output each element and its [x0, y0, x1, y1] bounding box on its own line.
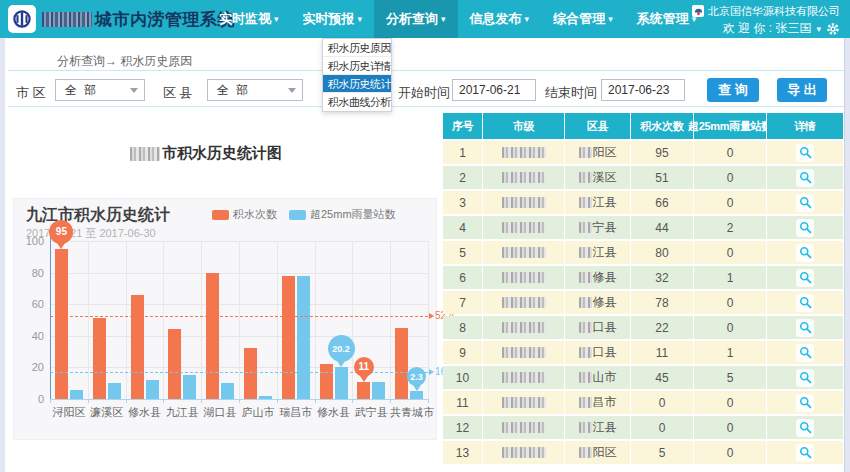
cell-detail [767, 416, 843, 439]
chart-title: 九江市积水历史统计 [26, 205, 170, 226]
cell-district: 山市 [565, 366, 630, 389]
y-axis-tick-label: 20 [16, 361, 44, 373]
chart-bar-blue [221, 383, 234, 399]
blurred-district-prefix [579, 222, 592, 233]
dropdown-item-2[interactable]: 积水历史详情 [323, 57, 391, 75]
detail-view-button[interactable] [796, 294, 814, 312]
table-row: 8口县220 [443, 316, 838, 339]
cell-water-count: 78 [631, 291, 693, 314]
y-axis-tick-label: 80 [16, 267, 44, 279]
cell-station-count: 0 [694, 416, 766, 439]
chevron-down-icon[interactable]: ▾ [816, 24, 821, 34]
x-axis-label: 浔阳区 [50, 405, 88, 420]
detail-view-button[interactable] [796, 344, 814, 362]
chart-bar-blue [183, 375, 196, 399]
cell-detail [767, 266, 843, 289]
blurred-city-name [502, 347, 546, 358]
gridline [315, 241, 316, 399]
blurred-city-name [502, 272, 546, 283]
dropdown-item-3[interactable]: 积水历史统计 [323, 75, 391, 93]
cell-serial-no: 2 [443, 166, 482, 189]
page-title-text: 市积水历史统计图 [162, 144, 282, 163]
detail-view-button[interactable] [796, 194, 814, 212]
cell-district: 口县 [565, 341, 630, 364]
nav-item-3[interactable]: 分析查询▾ [374, 0, 458, 38]
detail-view-button[interactable] [796, 219, 814, 237]
chevron-down-icon: ▾ [274, 14, 279, 24]
nav-item-1[interactable]: 实时监视▾ [207, 0, 291, 38]
welcome-user-text[interactable]: 欢 迎 你 : 张三国 [723, 20, 812, 37]
detail-view-button[interactable] [796, 319, 814, 337]
city-select-value: 全 部 [65, 83, 98, 97]
company-logo-icon [692, 5, 704, 17]
right-scrollbar-track[interactable] [844, 38, 850, 472]
chart-bar-orange [168, 329, 181, 399]
district-suffix: 昌市 [593, 394, 617, 411]
detail-view-button[interactable] [796, 169, 814, 187]
district-suffix: 江县 [593, 194, 617, 211]
blurred-city-name [502, 197, 546, 208]
cell-city [483, 191, 564, 214]
detail-view-button[interactable] [796, 419, 814, 437]
gridline [239, 241, 240, 399]
detail-view-button[interactable] [796, 394, 814, 412]
dropdown-item-1[interactable]: 积水历史原因 [323, 39, 391, 57]
cell-city [483, 416, 564, 439]
table-row: 6修县321 [443, 266, 838, 289]
magnifier-icon [799, 371, 812, 384]
district-suffix: 修县 [593, 269, 617, 286]
detail-view-button[interactable] [796, 244, 814, 262]
district-suffix: 江县 [593, 419, 617, 436]
detail-view-button[interactable] [796, 369, 814, 387]
blurred-city-name [502, 422, 546, 433]
gridline [390, 241, 391, 399]
export-button[interactable]: 导 出 [777, 78, 827, 102]
top-header-bar: 城市内涝管理系统 实时监视▾实时预报▾分析查询▾信息发布▾综合管理▾系统管理▾ … [0, 0, 850, 38]
balloon-tail [360, 376, 368, 382]
city-select[interactable]: 全 部 [55, 79, 145, 101]
chevron-down-icon: ▾ [441, 14, 446, 24]
blurred-city-name [502, 397, 546, 408]
cell-city [483, 366, 564, 389]
detail-view-button[interactable] [796, 144, 814, 162]
chart-bar-orange [282, 276, 295, 399]
gridline [201, 241, 202, 399]
table-header-cell: 详情 [767, 113, 843, 139]
district-suffix: 溪区 [593, 169, 617, 186]
nav-item-2[interactable]: 实时预报▾ [291, 0, 375, 38]
end-date-input[interactable] [601, 79, 685, 101]
chart-bar-orange [357, 382, 370, 399]
cell-detail [767, 141, 843, 164]
chevron-down-icon [288, 88, 296, 93]
blurred-city-name [502, 447, 546, 458]
gear-icon[interactable] [826, 22, 840, 36]
nav-item-4[interactable]: 信息发布▾ [458, 0, 542, 38]
detail-view-button[interactable] [796, 444, 814, 462]
start-date-input[interactable] [452, 79, 536, 101]
search-button[interactable]: 查 询 [707, 78, 759, 102]
nav-item-5[interactable]: 综合管理▾ [541, 0, 625, 38]
cell-serial-no: 4 [443, 216, 482, 239]
cell-detail [767, 191, 843, 214]
cell-city [483, 441, 564, 464]
x-axis-line [50, 399, 428, 400]
app-window: 城市内涝管理系统 实时监视▾实时预报▾分析查询▾信息发布▾综合管理▾系统管理▾ … [0, 0, 850, 472]
detail-view-button[interactable] [796, 269, 814, 287]
cell-station-count: 5 [694, 366, 766, 389]
chevron-down-icon: ▾ [608, 14, 613, 24]
cell-station-count: 2 [694, 216, 766, 239]
legend-item[interactable]: 超25mm雨量站数 [289, 207, 396, 222]
district-suffix: 阳区 [593, 444, 617, 461]
x-axis-label: 瑞昌市 [277, 405, 315, 420]
district-select[interactable]: 全 部 [207, 79, 303, 101]
blurred-district-prefix [579, 247, 592, 258]
cell-district: 江县 [565, 191, 630, 214]
cell-district: 修县 [565, 266, 630, 289]
dropdown-item-4[interactable]: 积水曲线分析 [323, 93, 391, 111]
cell-city [483, 341, 564, 364]
cell-district: 溪区 [565, 166, 630, 189]
cell-detail [767, 291, 843, 314]
legend-item[interactable]: 积水次数 [212, 207, 277, 222]
cell-district: 阳区 [565, 441, 630, 464]
header-right: 北京国信华源科技有限公司 欢 迎 你 : 张三国 ▾ [692, 3, 840, 37]
